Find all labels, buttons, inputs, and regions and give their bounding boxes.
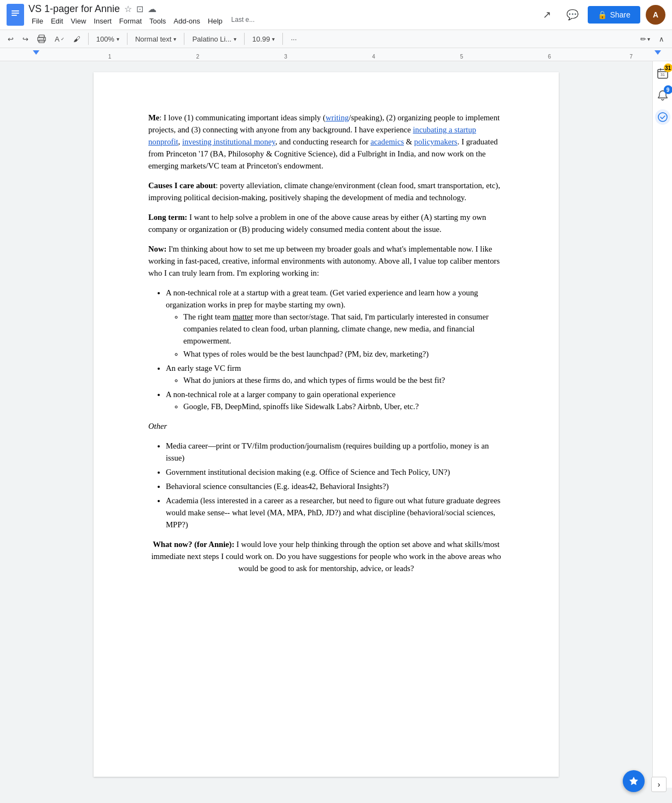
star-icon[interactable]: ☆ <box>124 4 132 14</box>
toolbar-sep-4 <box>244 33 245 45</box>
cloud-icon[interactable]: ☁ <box>148 4 157 14</box>
top-bar: VS 1-pager for Annie ☆ ⊡ ☁ File Edit Vie… <box>0 0 672 30</box>
svg-rect-3 <box>11 15 17 16</box>
list-item: What do juniors at these firms do, and w… <box>183 374 504 386</box>
list-item: An early stage VC firm What do juniors a… <box>166 362 504 386</box>
other-label: Other <box>148 420 504 432</box>
redo-button[interactable]: ↪ <box>19 33 32 45</box>
svg-text:31: 31 <box>661 73 665 77</box>
more-button[interactable]: ··· <box>287 33 300 45</box>
size-dropdown[interactable]: 10.99 ▾ <box>249 33 279 45</box>
list-item: A non-technical role at a larger company… <box>166 388 504 412</box>
folder-icon[interactable]: ⊡ <box>136 4 143 14</box>
academics-link[interactable]: academics <box>370 137 404 146</box>
notification-sidebar-item[interactable]: 9 <box>655 88 670 103</box>
longterm-label: Long term: <box>148 213 187 222</box>
me-label: Me <box>148 113 159 122</box>
chevron-down-icon: ▾ <box>117 36 119 42</box>
chevron-down-icon-4: ▾ <box>272 36 275 42</box>
tasks-sidebar-item[interactable] <box>655 109 670 125</box>
toolbar-sep-2 <box>127 33 128 45</box>
avatar[interactable]: A <box>646 5 665 25</box>
policymakers-link[interactable]: policymakers <box>414 137 457 146</box>
list-item: Google, FB, DeepMind, spinoffs like Side… <box>183 400 504 412</box>
doc-page: Me: I love (1) communicating important i… <box>94 72 559 777</box>
share-button[interactable]: 🔒 Share <box>588 6 640 24</box>
list-item: A non-technical role at a startup with a… <box>166 287 504 360</box>
print-button[interactable] <box>34 32 49 45</box>
sub-bullet-list-2: What do juniors at these firms do, and w… <box>183 374 504 386</box>
notification-badge: 9 <box>664 85 673 94</box>
chevron-down-icon-2: ▾ <box>173 36 176 42</box>
ruler: 1 2 3 4 5 6 7 <box>0 48 672 61</box>
undo-button[interactable]: ↩ <box>4 33 17 45</box>
menu-file[interactable]: File <box>28 16 47 26</box>
final-paragraph: What now? (for Annie): I would love your… <box>148 538 504 574</box>
menu-insert[interactable]: Insert <box>90 16 115 26</box>
doc-title-area: VS 1-pager for Annie ☆ ⊡ ☁ File Edit Vie… <box>28 3 533 26</box>
right-sidebar: 31 31 9 <box>652 61 672 788</box>
doc-area[interactable]: Me: I love (1) communicating important i… <box>0 61 652 788</box>
writing-link[interactable]: writing <box>326 113 349 122</box>
sub-bullet-list-3: Google, FB, DeepMind, spinoffs like Side… <box>183 400 504 412</box>
last-edit: Last e... <box>231 16 255 26</box>
main-bullet-list: A non-technical role at a startup with a… <box>166 287 504 412</box>
calendar-badge: 31 <box>664 63 673 72</box>
list-item: Media career—print or TV/film production… <box>166 440 504 464</box>
now-paragraph: Now: I'm thinking about how to set me up… <box>148 243 504 279</box>
longterm-paragraph: Long term: I want to help solve a proble… <box>148 211 504 235</box>
list-item: The right team matter more than sector/s… <box>183 311 504 347</box>
font-dropdown[interactable]: Palatino Li... ▾ <box>189 33 240 45</box>
causes-label: Causes I care about <box>148 181 216 190</box>
now-label: Now: <box>148 245 166 253</box>
svg-rect-2 <box>11 13 19 14</box>
svg-point-7 <box>43 38 44 39</box>
nav-right-button[interactable]: › <box>651 777 667 788</box>
toolbar-sep-1 <box>88 33 89 45</box>
spellcheck-button[interactable]: A✓ <box>51 33 68 45</box>
causes-paragraph: Causes I care about: poverty alleviation… <box>148 179 504 203</box>
menu-addons[interactable]: Add-ons <box>170 16 203 26</box>
lock-icon: 🔒 <box>598 10 607 19</box>
menu-format[interactable]: Format <box>116 16 145 26</box>
chevron-down-icon-3: ▾ <box>234 36 236 42</box>
calendar-sidebar-item[interactable]: 31 31 <box>655 66 670 81</box>
edit-mode-button[interactable]: ✏ ▾ <box>637 33 653 45</box>
assist-button[interactable] <box>623 770 645 788</box>
left-margin-tab[interactable] <box>33 50 39 55</box>
style-dropdown[interactable]: Normal text ▾ <box>132 33 179 45</box>
doc-title[interactable]: VS 1-pager for Annie <box>28 3 120 15</box>
me-paragraph: Me: I love (1) communicating important i… <box>148 112 504 172</box>
menu-help[interactable]: Help <box>205 16 226 26</box>
list-item: Government institutional decision making… <box>166 466 504 478</box>
menu-bar: File Edit View Insert Format Tools Add-o… <box>28 16 533 26</box>
zoom-dropdown[interactable]: 100% ▾ <box>93 33 123 45</box>
chevron-down-icon-5: ▾ <box>647 36 650 42</box>
other-italic-label: Other <box>148 422 167 430</box>
ruler-marks: 1 2 3 4 5 6 7 <box>33 48 661 61</box>
toolbar: ↩ ↪ A✓ 🖌 100% ▾ Normal text ▾ Palatino L… <box>0 30 672 48</box>
menu-tools[interactable]: Tools <box>146 16 169 26</box>
comment-icon[interactable]: 💬 <box>563 5 582 25</box>
toolbar-sep-3 <box>184 33 184 45</box>
sub-bullet-list: The right team matter more than sector/s… <box>183 311 504 360</box>
list-item: What types of roles would be the best la… <box>183 348 504 360</box>
main-layout: Me: I love (1) communicating important i… <box>0 61 672 788</box>
top-bar-right: ↗ 💬 🔒 Share A <box>537 5 665 25</box>
trending-icon[interactable]: ↗ <box>537 5 557 25</box>
investing-link[interactable]: investing institutional money <box>182 137 275 146</box>
paintformat-button[interactable]: 🖌 <box>70 33 84 45</box>
final-label: What now? (for Annie): <box>153 540 234 549</box>
other-bullet-list: Media career—print or TV/film production… <box>166 440 504 531</box>
svg-point-13 <box>658 113 667 121</box>
menu-edit[interactable]: Edit <box>48 16 66 26</box>
collapse-toolbar-button[interactable]: ∧ <box>656 33 668 45</box>
docs-icon <box>7 4 24 26</box>
toolbar-sep-5 <box>282 33 283 45</box>
menu-view[interactable]: View <box>67 16 89 26</box>
list-item: Behavioral science consultancies (E.g. i… <box>166 480 504 492</box>
list-item: Academia (less interested in a career as… <box>166 494 504 531</box>
svg-rect-1 <box>11 10 19 11</box>
right-margin-tab[interactable] <box>654 50 661 55</box>
pencil-icon: ✏ <box>640 35 646 43</box>
